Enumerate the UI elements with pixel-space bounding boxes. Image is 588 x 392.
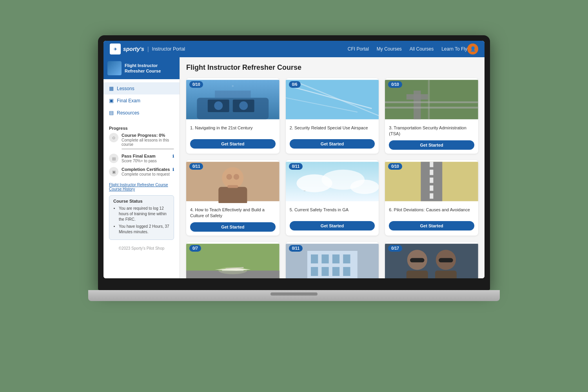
sidebar-item-lessons[interactable]: ▦ Lessons bbox=[103, 82, 180, 94]
svg-rect-49 bbox=[332, 267, 339, 276]
nav-portal-label: Instructor Portal bbox=[152, 46, 185, 52]
laptop-outer: ✈ sporty's | Instructor Portal CFI Porta… bbox=[78, 35, 510, 357]
nav-learn-to-fly[interactable]: Learn To Fly bbox=[441, 46, 467, 52]
course-progress-info: Course Progress: 0% Complete all lessons… bbox=[122, 133, 174, 150]
nav-my-courses[interactable]: My Courses bbox=[377, 46, 402, 52]
svg-rect-15 bbox=[407, 94, 428, 100]
card-title: 2. Security Related Special Use Airspace bbox=[290, 125, 375, 136]
logo-text: sporty's bbox=[123, 46, 144, 52]
svg-rect-16 bbox=[385, 102, 478, 103]
svg-rect-44 bbox=[321, 254, 328, 263]
svg-rect-57 bbox=[435, 270, 457, 278]
svg-rect-35 bbox=[430, 185, 434, 191]
svg-point-28 bbox=[350, 180, 379, 194]
course-card-4: 0/11 4. How to Teach Effectively and Bui… bbox=[186, 160, 279, 236]
svg-rect-50 bbox=[343, 267, 350, 276]
svg-rect-33 bbox=[430, 170, 434, 175]
sidebar-progress-section: Progress ⊙ Course Progress: 0% Complete … bbox=[103, 122, 180, 182]
sidebar-nav: ▦ Lessons ▣ Final Exam ▤ Resources bbox=[103, 79, 180, 122]
get-started-button-5[interactable]: Get Started bbox=[290, 221, 375, 230]
card-image-wrap: 0/11 bbox=[286, 160, 379, 203]
svg-rect-6 bbox=[215, 91, 250, 98]
card-badge: 0/6 bbox=[289, 81, 301, 88]
sidebar-course-header: Flight Instructor Refresher Course bbox=[103, 57, 180, 79]
get-started-button-1[interactable]: Get Started bbox=[190, 139, 276, 149]
svg-rect-18 bbox=[428, 80, 430, 120]
nav-logo: ✈ sporty's bbox=[110, 44, 144, 54]
card-body: 5. Current Safety Trends in GA Get Start… bbox=[286, 203, 379, 234]
course-content: Flight Instructor Refresher Course ✈ 0/1… bbox=[180, 57, 485, 278]
progress-exam: ▤ Pass Final Exam ℹ Score 70%+ to pass bbox=[109, 154, 174, 163]
final-exam-label: Final Exam bbox=[117, 98, 140, 103]
course-status-box: Course Status You are required to log 12… bbox=[109, 195, 174, 240]
cert-progress-sub: Complete course to request bbox=[122, 172, 174, 176]
nav-cfi-portal[interactable]: CFI Portal bbox=[348, 46, 369, 52]
course-card-1: ✈ 0/10 1. Navigating in the 21st Century… bbox=[186, 78, 279, 154]
progress-certificates: ▣ Completion Certificates ℹ Complete cou… bbox=[109, 167, 174, 176]
resources-label: Resources bbox=[117, 110, 139, 116]
nav-divider: | bbox=[147, 46, 149, 52]
course-progress-label: Course Progress: 0% bbox=[122, 133, 174, 138]
card-image-wrap: 0/10 bbox=[385, 160, 478, 203]
exam-info-icon[interactable]: ℹ bbox=[172, 154, 174, 158]
laptop-screen: ✈ sporty's | Instructor Portal CFI Porta… bbox=[103, 41, 485, 278]
svg-rect-32 bbox=[430, 162, 434, 167]
nav-all-courses[interactable]: All Courses bbox=[410, 46, 434, 52]
course-card-7: 0/7 7. Flying Light Sport Aircraft Get S… bbox=[186, 242, 279, 278]
card-badge: 0/11 bbox=[289, 245, 303, 252]
cert-info-icon[interactable]: ℹ bbox=[172, 167, 174, 172]
card-image-wrap: 0/17 bbox=[385, 242, 478, 278]
course-thumbnail bbox=[107, 61, 122, 75]
cert-progress-label: Completion Certificates ℹ bbox=[122, 167, 174, 172]
exam-progress-sub: Score 70%+ to pass bbox=[122, 159, 174, 163]
nav-links: CFI Portal My Courses All Courses Learn … bbox=[348, 46, 467, 52]
svg-rect-34 bbox=[430, 178, 434, 183]
card-image-wrap: ✈ 0/10 bbox=[186, 78, 279, 121]
svg-rect-29 bbox=[303, 191, 305, 191]
card-image-wrap: 0/11 bbox=[186, 160, 279, 203]
card-title: 1. Navigating in the 21st Century bbox=[190, 125, 276, 136]
progress-course: ⊙ Course Progress: 0% Complete all lesso… bbox=[109, 133, 174, 150]
sidebar-footer: ©2023 Sporty's Pilot Shop bbox=[103, 243, 180, 250]
card-body: 2. Security Related Special Use Airspace… bbox=[286, 121, 379, 152]
course-content-title: Flight Instructor Refresher Course bbox=[186, 64, 478, 72]
card-title: 6. Pilot Deviations: Causes and Avoidanc… bbox=[389, 207, 474, 218]
svg-rect-17 bbox=[385, 107, 478, 109]
laptop-bezel: ✈ sporty's | Instructor Portal CFI Porta… bbox=[98, 35, 490, 290]
get-started-button-2[interactable]: Get Started bbox=[290, 139, 375, 149]
course-card-5: 0/11 5. Current Safety Trends in GA Get … bbox=[286, 160, 379, 236]
card-image-wrap: 0/6 bbox=[286, 78, 379, 121]
card-badge: 0/11 bbox=[189, 163, 203, 170]
card-title: 5. Current Safety Trends in GA bbox=[290, 207, 375, 218]
course-status-title: Course Status bbox=[113, 199, 170, 203]
get-started-button-3[interactable]: Get Started bbox=[389, 140, 474, 150]
svg-rect-55 bbox=[439, 258, 453, 262]
lessons-icon: ▦ bbox=[109, 85, 114, 91]
card-badge: 0/17 bbox=[388, 245, 402, 252]
svg-rect-48 bbox=[321, 267, 328, 276]
card-badge: 0/10 bbox=[189, 81, 203, 88]
course-progress-icon: ⊙ bbox=[109, 133, 118, 142]
course-card-9: 0/17 9. Flying Glass Cockpit Aircraft Ge… bbox=[385, 242, 478, 278]
course-history-link[interactable]: Flight Instructor Refresher Course Cours… bbox=[103, 182, 180, 192]
user-avatar[interactable]: 👤 bbox=[467, 44, 478, 54]
svg-text:✈: ✈ bbox=[232, 84, 234, 88]
top-nav: ✈ sporty's | Instructor Portal CFI Porta… bbox=[103, 41, 485, 57]
sidebar-item-final-exam[interactable]: ▣ Final Exam bbox=[103, 94, 180, 107]
card-body: 3. Transportation Security Administratio… bbox=[385, 121, 478, 154]
get-started-button-6[interactable]: Get Started bbox=[389, 221, 474, 230]
sidebar-course-title: Flight Instructor Refresher Course bbox=[125, 63, 176, 74]
svg-point-5 bbox=[239, 102, 248, 110]
lessons-label: Lessons bbox=[117, 86, 134, 91]
course-status-item-1: You are required to log 12 hours of trai… bbox=[119, 206, 170, 222]
exam-progress-icon: ▤ bbox=[109, 154, 118, 163]
cert-progress-icon: ▣ bbox=[109, 167, 118, 176]
course-progress-bar bbox=[122, 148, 174, 150]
svg-point-22 bbox=[226, 174, 232, 180]
card-badge: 0/10 bbox=[388, 163, 402, 170]
sidebar-item-resources[interactable]: ▤ Resources bbox=[103, 107, 180, 119]
svg-point-4 bbox=[214, 102, 223, 110]
get-started-button-4[interactable]: Get Started bbox=[190, 222, 276, 232]
svg-rect-56 bbox=[407, 270, 428, 278]
exam-progress-label: Pass Final Exam ℹ bbox=[122, 154, 174, 158]
